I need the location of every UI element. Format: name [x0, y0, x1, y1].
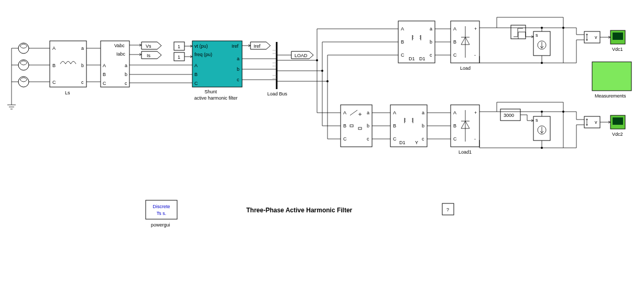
xfmr2-B: B [393, 123, 396, 128]
svg-rect-33 [592, 62, 631, 91]
shunt-filter-block[interactable]: vt (pu) freq (pu) A B C Iref a b c Shunt… [192, 41, 242, 101]
vmeter-top[interactable]: v [584, 31, 600, 43]
shunt-B: B [194, 72, 198, 77]
xfmr1-A: A [401, 26, 404, 31]
goto-iref-label: Iref [254, 44, 261, 49]
help-block[interactable]: ? [442, 203, 454, 215]
shunt-vt: vt (pu) [194, 44, 208, 49]
rect2-label: Load1 [459, 149, 472, 155]
svg-point-44 [541, 147, 543, 149]
rectifier-1[interactable]: A B C + - Load [451, 21, 479, 71]
measurements-subsystem[interactable]: Measurements [592, 62, 631, 99]
goto-load[interactable]: LOAD [291, 51, 313, 59]
pg-label: powergui [151, 222, 170, 228]
brk-A: A [343, 110, 346, 115]
rectifier-2[interactable]: A B C + - Load1 [451, 105, 479, 155]
powergui-block[interactable]: Discrete Ts s. powergui [146, 200, 177, 228]
rect2-C: C [453, 136, 457, 142]
xfmr1-a: a [430, 26, 432, 31]
brk-c: c [367, 136, 369, 142]
rect1-C: C [453, 52, 457, 58]
meas-Iabc: Iabc [116, 51, 126, 57]
shunt-b: b [237, 67, 239, 72]
ccs-top[interactable]: s [533, 31, 550, 56]
xfmr1-D1b: D1 [419, 56, 425, 61]
constant-3000[interactable]: 3000 [500, 109, 520, 121]
svg-point-27 [541, 27, 543, 29]
xfmr2-b: b [422, 123, 424, 128]
three-phase-source[interactable] [7, 43, 50, 109]
measurement-block[interactable]: A B C Vabc Iabc a b c [101, 41, 129, 87]
shunt-Iref: Iref [232, 44, 239, 49]
rect1-A: A [453, 26, 456, 31]
meas-C: C [103, 81, 106, 86]
ls-block[interactable]: A B C a b c Ls [50, 41, 86, 95]
vm-top-v: v [595, 35, 597, 40]
xfmr2-A: A [393, 110, 396, 115]
constant-1b[interactable]: 1 [174, 52, 184, 61]
rect1-minus: - [474, 52, 476, 58]
ls-label: Ls [65, 90, 70, 95]
pg-line2: Ts s. [157, 211, 167, 216]
ls-port-a: a [81, 46, 84, 51]
svg-point-43 [541, 111, 543, 113]
shunt-c: c [237, 77, 239, 82]
scope-vdc1[interactable]: Vdc1 [610, 30, 625, 52]
xfmr1-B: B [401, 39, 404, 45]
svg-text:s: s [536, 33, 538, 38]
goto-is[interactable]: Is [141, 51, 161, 59]
shunt-label1: Shunt [204, 89, 217, 94]
ls-port-b: b [81, 63, 84, 68]
transformer-1[interactable]: A B C a b c D1 D1 [398, 21, 435, 63]
xfmr1-D1a: D1 [409, 56, 415, 61]
scope-vdc1-label: Vdc1 [612, 47, 623, 52]
xfmr1-b: b [430, 39, 432, 45]
meas-c: c [125, 81, 127, 86]
svg-text:s: s [536, 117, 538, 123]
svg-rect-48 [613, 117, 623, 125]
constant-1a[interactable]: 1 [174, 42, 184, 50]
svg-point-28 [541, 62, 543, 64]
shunt-a: a [237, 56, 239, 61]
goto-vs[interactable]: Vs [141, 42, 161, 49]
const-1b-label: 1 [178, 55, 180, 60]
ls-port-C: C [52, 80, 56, 85]
ls-port-B: B [52, 63, 56, 68]
pg-line1: Discrete [152, 204, 170, 209]
transformer-2[interactable]: A B C a b c D1 Y [390, 105, 427, 147]
help-label: ? [446, 207, 449, 212]
xfmr2-C: C [393, 136, 397, 142]
brk-B: B [343, 123, 346, 128]
brk-a: a [367, 110, 369, 115]
goto-is-label: Is [147, 53, 151, 58]
meas-A: A [103, 63, 106, 68]
const-3000-label: 3000 [504, 113, 514, 118]
const-1a-label: 1 [178, 44, 180, 49]
goto-iref[interactable]: Iref [250, 42, 270, 49]
xfmr2-a: a [422, 110, 424, 115]
scope-vdc2-label: Vdc2 [612, 132, 623, 137]
rect2-plus: + [474, 110, 477, 115]
scope-vdc2[interactable]: Vdc2 [610, 115, 625, 137]
meas-B: B [103, 72, 106, 77]
ccs-bottom[interactable]: s [533, 116, 550, 140]
xfmr2-D1: D1 [399, 140, 406, 145]
shunt-label2: active harmonic filter [194, 95, 238, 101]
ls-port-A: A [52, 46, 56, 51]
meas-b: b [125, 72, 127, 77]
svg-rect-32 [613, 33, 623, 40]
ls-port-c: c [81, 80, 84, 85]
shunt-C: C [194, 81, 198, 86]
loadbus-label: Load Bus [267, 91, 288, 96]
breaker-block[interactable]: A B C a b c [341, 105, 372, 147]
vm-bot-v: v [595, 120, 597, 125]
xfmr1-C: C [401, 52, 405, 58]
goto-load-label: LOAD [294, 53, 308, 58]
xfmr1-c: c [430, 52, 432, 58]
xfmr2-c: c [422, 136, 424, 142]
vmeter-bottom[interactable]: v [584, 116, 600, 128]
shunt-freq: freq (pu) [194, 52, 212, 57]
rect1-label: Load [460, 66, 471, 71]
svg-rect-30 [584, 31, 600, 43]
brk-b: b [367, 123, 369, 128]
